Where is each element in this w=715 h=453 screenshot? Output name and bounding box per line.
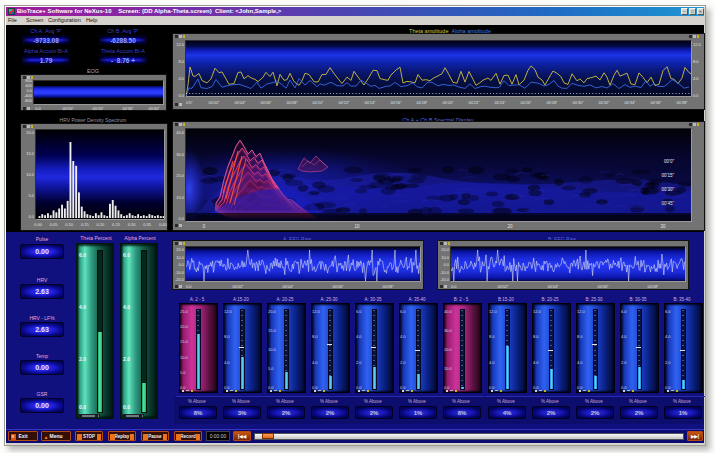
svg-text:00'30": 00'30" [662,187,675,192]
svg-text:00'0": 00'0" [664,159,674,164]
svg-text:00'15": 00'15" [662,173,675,178]
svg-text:00'45": 00'45" [662,201,675,206]
